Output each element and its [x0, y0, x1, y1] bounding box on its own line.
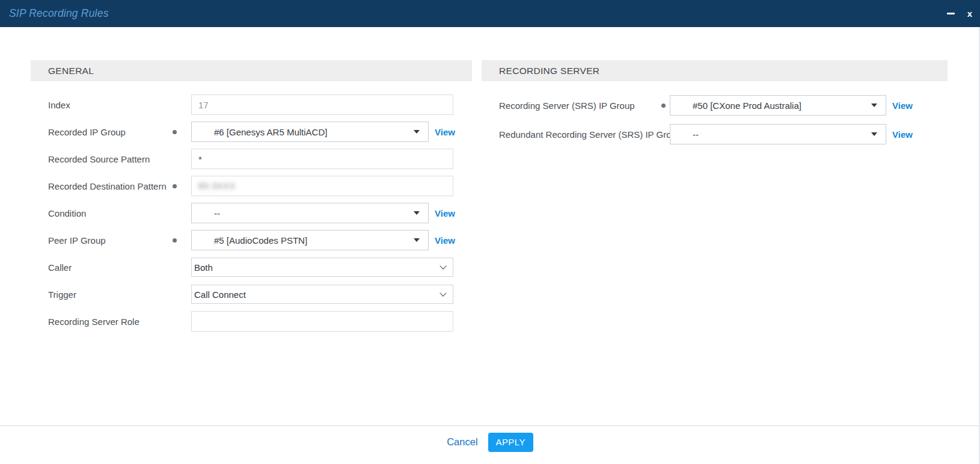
recording-server-section-header: RECORDING SERVER	[482, 60, 948, 81]
close-icon: x	[967, 8, 972, 19]
field-row-recording-server-role: Recording Server Role	[31, 311, 472, 332]
condition-view-link[interactable]: View	[435, 208, 455, 218]
dialog-titlebar: SIP Recording Rules x	[0, 0, 980, 27]
required-dot	[661, 104, 666, 108]
redundant-srs-ip-group-dropdown[interactable]: --	[670, 124, 886, 144]
field-row-recorded-ip-group: Recorded IP Group #6 [Genesys AR5 MultiA…	[31, 122, 472, 142]
select-chevron-icon	[439, 289, 446, 296]
recorded-ip-group-view-link[interactable]: View	[435, 127, 455, 137]
index-input[interactable]	[191, 94, 453, 115]
recorded-ip-group-label: Recorded IP Group	[31, 127, 169, 137]
recorded-ip-group-value: #6 [Genesys AR5 MultiACD]	[192, 127, 327, 137]
condition-label: Condition	[31, 208, 169, 218]
trigger-value: Call Connect	[194, 289, 246, 300]
peer-ip-group-view-link[interactable]: View	[435, 235, 455, 246]
field-row-peer-ip-group: Peer IP Group #5 [AudioCodes PSTN] View	[31, 230, 472, 250]
peer-ip-group-label: Peer IP Group	[31, 235, 169, 246]
cancel-button[interactable]: Cancel	[447, 436, 477, 448]
general-section-header: GENERAL	[31, 60, 472, 81]
condition-value: --	[192, 208, 220, 218]
srs-ip-group-dropdown[interactable]: #50 [CXone Prod Australia]	[670, 95, 886, 116]
minimize-icon	[947, 13, 955, 14]
redundant-srs-ip-group-value: --	[670, 129, 699, 140]
recorded-destination-pattern-input[interactable]: 85:3XXX	[191, 176, 453, 196]
required-dot	[173, 184, 177, 188]
peer-ip-group-dropdown[interactable]: #5 [AudioCodes PSTN]	[191, 230, 429, 250]
trigger-select[interactable]: Call Connect	[191, 285, 453, 304]
general-section: GENERAL Index Recorded IP Group #6 [Gene…	[31, 60, 472, 338]
required-dot	[173, 238, 177, 243]
dropdown-arrow-icon	[414, 211, 420, 215]
field-row-index: Index	[31, 94, 472, 115]
field-row-srs-ip-group: Recording Server (SRS) IP Group #50 [CXo…	[482, 95, 948, 116]
required-dot	[173, 130, 177, 134]
field-row-recorded-destination-pattern: Recorded Destination Pattern 85:3XXX	[31, 176, 472, 196]
caller-select[interactable]: Both	[191, 258, 453, 277]
srs-ip-group-value: #50 [CXone Prod Australia]	[670, 101, 801, 111]
srs-ip-group-view-link[interactable]: View	[892, 101, 913, 111]
field-row-redundant-srs-ip-group: Redundant Recording Server (SRS) IP Grou…	[482, 124, 948, 144]
recording-server-section-title: RECORDING SERVER	[499, 66, 599, 76]
dropdown-arrow-icon	[871, 104, 877, 107]
field-row-condition: Condition -- View	[31, 203, 472, 223]
redundant-srs-ip-group-view-link[interactable]: View	[892, 129, 913, 140]
recording-server-role-input[interactable]	[191, 311, 453, 332]
dropdown-arrow-icon	[414, 238, 420, 242]
field-row-caller: Caller Both	[31, 257, 472, 277]
peer-ip-group-value: #5 [AudioCodes PSTN]	[192, 235, 307, 246]
field-row-recorded-source-pattern: Recorded Source Pattern	[31, 149, 472, 169]
minimize-button[interactable]	[943, 0, 958, 27]
recorded-source-pattern-input[interactable]	[191, 149, 453, 169]
srs-ip-group-label: Recording Server (SRS) IP Group	[482, 101, 660, 111]
trigger-label: Trigger	[31, 289, 169, 300]
redundant-srs-ip-group-label: Redundant Recording Server (SRS) IP Grou…	[482, 129, 660, 140]
recording-server-section: RECORDING SERVER Recording Server (SRS) …	[482, 60, 948, 153]
recorded-ip-group-dropdown[interactable]: #6 [Genesys AR5 MultiACD]	[191, 122, 429, 142]
recorded-destination-pattern-label: Recorded Destination Pattern	[31, 181, 169, 191]
dropdown-arrow-icon	[871, 132, 877, 136]
condition-dropdown[interactable]: --	[191, 203, 429, 223]
close-button[interactable]: x	[962, 0, 978, 27]
caller-label: Caller	[31, 262, 169, 273]
apply-button[interactable]: APPLY	[488, 433, 533, 452]
recording-server-role-label: Recording Server Role	[31, 317, 169, 327]
field-row-trigger: Trigger Call Connect	[31, 284, 472, 305]
general-section-title: GENERAL	[48, 66, 94, 76]
dialog-title: SIP Recording Rules	[0, 7, 109, 20]
select-chevron-icon	[439, 262, 446, 269]
footer: Cancel APPLY	[0, 426, 980, 464]
index-label: Index	[31, 100, 169, 110]
dropdown-arrow-icon	[414, 130, 420, 134]
redacted-value: 85:3XXX	[198, 181, 236, 191]
caller-value: Both	[194, 262, 213, 273]
recorded-source-pattern-label: Recorded Source Pattern	[31, 154, 169, 164]
